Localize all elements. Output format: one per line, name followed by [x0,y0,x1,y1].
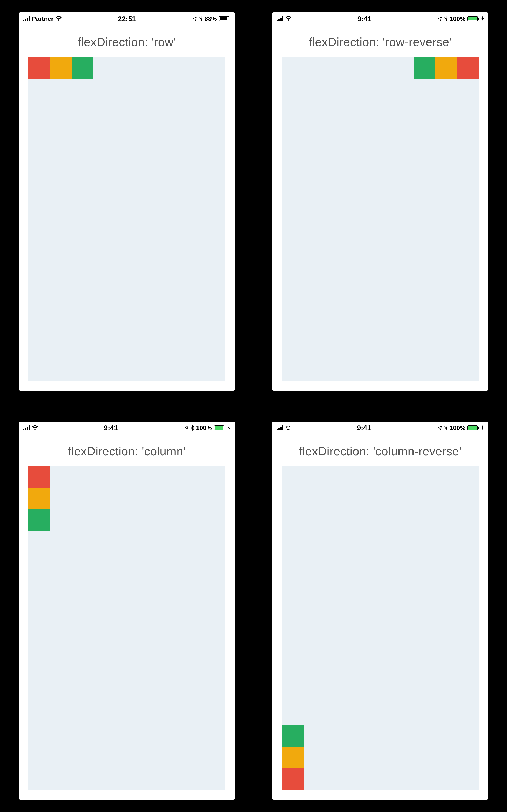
status-time: 9:41 [38,424,184,432]
status-left [277,16,292,21]
box-red [457,57,478,79]
battery-icon [219,16,230,21]
box-green [414,57,435,79]
status-bar: Partner 22:51 88% [18,12,235,25]
phone-column-reverse: 9:41 100% flexDirection: 'column-reverse… [272,421,489,800]
flex-container [29,466,225,790]
box-orange [50,57,72,79]
box-green [282,725,303,747]
status-left: Partner [23,15,62,22]
page-title: flexDirection: 'column-reverse' [272,444,489,458]
charging-icon [481,425,484,430]
status-time: 9:41 [292,15,437,23]
box-orange [282,747,303,768]
status-left [23,425,38,430]
sync-icon [285,425,291,430]
box-red [282,768,303,790]
location-icon [437,16,442,21]
status-bar: 9:41 100% [18,421,235,434]
battery-icon [467,16,479,21]
box-green [72,57,93,79]
battery-icon [467,425,479,430]
status-time: 9:41 [291,424,437,432]
box-green [29,510,50,531]
bluetooth-icon [199,16,203,21]
charging-icon [228,425,230,430]
status-bar: 9:41 100% [272,421,489,434]
battery-icon [214,425,225,430]
phone-row: Partner 22:51 88% flexDirecti [18,12,235,391]
location-icon [184,425,189,430]
phone-row-reverse: 9:41 100% flexDirection: 'row-reverse' [272,12,489,391]
wifi-icon [56,16,62,21]
phone-column: 9:41 100% flexDirection: 'column' [18,421,235,800]
signal-icon [23,16,30,21]
box-red [29,466,50,488]
charging-icon [481,16,484,21]
location-icon [192,16,197,21]
bluetooth-icon [444,425,448,430]
page-title: flexDirection: 'column' [18,444,235,458]
battery-percent: 100% [450,15,465,22]
page-title: flexDirection: 'row-reverse' [272,35,489,49]
bluetooth-icon [191,425,194,430]
signal-icon [23,425,30,430]
status-bar: 9:41 100% [272,12,489,25]
page-title: flexDirection: 'row' [18,35,235,49]
battery-percent: 100% [196,424,212,431]
status-right: 88% [192,15,230,22]
battery-percent: 100% [450,424,465,431]
flex-container [29,57,225,381]
wifi-icon [32,425,38,430]
status-right: 100% [437,424,484,431]
box-red [29,57,50,79]
box-orange [29,488,50,510]
wifi-icon [285,16,292,21]
bluetooth-icon [444,16,448,21]
status-time: 22:51 [62,15,192,23]
flex-container [282,57,478,381]
signal-icon [277,16,283,21]
location-icon [437,425,442,430]
box-orange [435,57,457,79]
status-left [277,425,291,430]
signal-icon [277,425,283,430]
phones-grid: Partner 22:51 88% flexDirecti [0,0,507,812]
battery-percent: 88% [205,15,217,22]
status-right: 100% [184,424,230,431]
status-right: 100% [437,15,484,22]
carrier-label: Partner [32,15,54,22]
flex-container [282,466,478,790]
